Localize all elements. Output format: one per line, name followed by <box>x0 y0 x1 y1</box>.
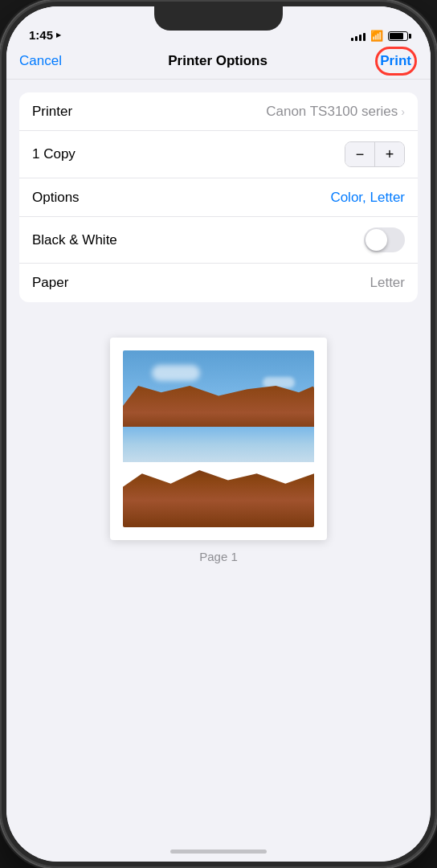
rock-bottom <box>123 460 314 527</box>
print-button[interactable]: Print <box>374 50 418 72</box>
notch <box>154 6 283 31</box>
options-card: Printer Canon TS3100 series › 1 Copy − + <box>19 92 418 302</box>
preview-area: Page 1 <box>19 321 418 579</box>
status-right: 📶 <box>351 30 408 42</box>
paper-label: Paper <box>32 275 68 291</box>
navigation-bar: Cancel Printer Options Print <box>6 47 431 80</box>
copies-row: 1 Copy − + <box>19 131 418 178</box>
signal-bar-3 <box>359 35 361 41</box>
phone-screen: 1:45 ▸ 📶 <box>6 6 431 862</box>
blackwhite-row[interactable]: Black & White <box>19 217 418 264</box>
phone-frame: 1:45 ▸ 📶 <box>0 0 437 868</box>
print-button-container: Print <box>374 53 418 69</box>
options-row[interactable]: Options Color, Letter <box>19 178 418 217</box>
printer-row[interactable]: Printer Canon TS3100 series › <box>19 92 418 131</box>
landscape-photo <box>123 350 314 527</box>
signal-bars <box>351 31 366 41</box>
battery-fill <box>390 33 403 39</box>
time-label: 1:45 <box>29 28 53 42</box>
blackwhite-toggle[interactable] <box>364 227 405 252</box>
options-value: Color, Letter <box>330 190 405 206</box>
wifi-icon: 📶 <box>370 30 383 42</box>
decrement-button[interactable]: − <box>345 142 374 166</box>
preview-page <box>110 338 327 540</box>
cloud-1 <box>152 365 200 381</box>
signal-bar-4 <box>363 33 366 41</box>
battery-icon <box>388 31 408 41</box>
copies-label: 1 Copy <box>32 146 76 162</box>
paper-value: Letter <box>370 275 405 291</box>
sky-middle <box>123 427 314 462</box>
toggle-knob <box>366 229 387 251</box>
printer-value-text: Canon TS3100 series <box>266 104 398 120</box>
cloud-2 <box>263 377 295 388</box>
cancel-button[interactable]: Cancel <box>19 53 62 69</box>
home-indicator[interactable] <box>170 850 267 854</box>
blackwhite-label: Black & White <box>32 232 117 248</box>
location-icon: ▸ <box>56 30 61 40</box>
printer-label: Printer <box>32 104 72 120</box>
increment-button[interactable]: + <box>375 142 404 166</box>
chevron-icon: › <box>401 105 405 118</box>
scroll-content: Printer Canon TS3100 series › 1 Copy − + <box>6 80 431 862</box>
page-label: Page 1 <box>199 550 238 563</box>
signal-bar-1 <box>351 38 353 41</box>
paper-row[interactable]: Paper Letter <box>19 264 418 302</box>
page-title: Printer Options <box>168 53 268 69</box>
preview-image <box>123 350 314 527</box>
signal-bar-2 <box>355 36 357 41</box>
status-time: 1:45 ▸ <box>29 28 61 42</box>
options-label: Options <box>32 190 80 206</box>
copy-stepper[interactable]: − + <box>345 141 405 167</box>
printer-value: Canon TS3100 series › <box>266 104 405 120</box>
